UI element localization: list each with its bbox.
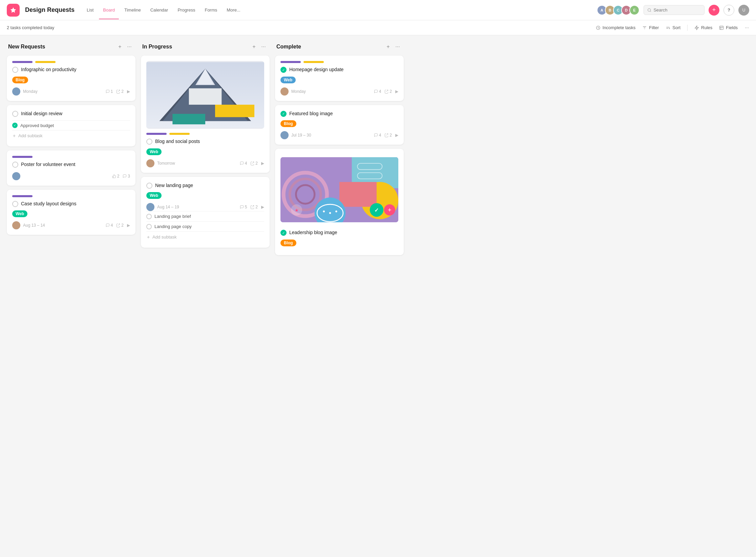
column-in-progress: In Progress + ··· (141, 42, 270, 252)
expand-arrow[interactable]: ▶ (261, 205, 264, 209)
subtask-row-1: Landing page brief (146, 211, 264, 221)
fields-icon (719, 25, 724, 30)
subtask-count: 2 (116, 89, 124, 94)
task-check[interactable] (12, 67, 18, 73)
avatar-5: E (629, 5, 639, 15)
card-initial-design: Initial design review Approved budget Ad… (7, 105, 135, 147)
column-new-requests: New Requests + ··· Infographic on produc… (7, 42, 135, 239)
card-meta: 5 2 ▶ (240, 205, 264, 209)
column-menu-complete[interactable]: ··· (393, 42, 402, 51)
expand-arrow[interactable]: ▶ (395, 133, 398, 138)
tab-progress[interactable]: Progress (173, 5, 199, 15)
tab-timeline[interactable]: Timeline (120, 5, 145, 15)
incomplete-icon (596, 25, 601, 30)
badge-web: Web (280, 77, 296, 83)
subtask-icon (250, 161, 254, 165)
task-check[interactable] (12, 162, 18, 168)
subtask-count: 2 (384, 133, 392, 138)
comment-icon (374, 133, 378, 137)
card-landing-page: New landing page Web Aug 14 – 19 5 2 (141, 177, 270, 248)
filter-btn[interactable]: Filter (642, 25, 659, 30)
expand-arrow[interactable]: ▶ (127, 89, 130, 94)
add-subtask-btn[interactable]: Add subtask (12, 130, 130, 141)
comment-icon (106, 89, 110, 94)
help-button[interactable]: ? (723, 5, 734, 16)
app-icon (7, 4, 20, 17)
svg-point-0 (648, 8, 651, 11)
expand-arrow[interactable]: ▶ (395, 89, 398, 94)
card-meta: 4 2 ▶ (374, 133, 398, 138)
card-case-study: Case study layout designs Web Aug 13 – 1… (7, 190, 135, 235)
column-header-in-progress: In Progress + ··· (141, 42, 270, 56)
expand-arrow[interactable]: ▶ (261, 161, 264, 166)
task-check[interactable] (12, 201, 18, 207)
tab-board[interactable]: Board (99, 5, 119, 15)
svg-point-12 (747, 27, 747, 28)
card-avatar (146, 203, 154, 211)
search-box[interactable] (644, 5, 705, 15)
user-avatar[interactable]: U (738, 5, 749, 16)
card-date: Monday (23, 89, 103, 94)
mountain-illustration (146, 61, 264, 129)
search-input[interactable] (653, 7, 701, 13)
task-check[interactable] (146, 139, 152, 145)
rules-btn[interactable]: Rules (694, 25, 712, 30)
subtask-count: 2 (384, 89, 392, 94)
card-image (146, 61, 264, 129)
plus-icon (12, 134, 16, 138)
card-date: Aug 13 – 14 (23, 223, 103, 228)
subtask-icon (116, 223, 120, 227)
tab-more[interactable]: More... (223, 5, 244, 15)
add-card-in-progress[interactable]: + (249, 42, 259, 51)
add-button[interactable]: + (709, 5, 719, 16)
comment-count: 4 (374, 89, 381, 94)
sort-icon (666, 25, 670, 30)
tab-forms[interactable]: Forms (201, 5, 221, 15)
column-menu-in-progress[interactable]: ··· (259, 42, 268, 51)
column-menu-new-requests[interactable]: ··· (125, 42, 134, 51)
task-check-done[interactable] (280, 230, 287, 236)
task-check[interactable] (146, 183, 152, 189)
subtask-check-2[interactable] (146, 224, 152, 229)
subtask-icon (250, 205, 254, 209)
card-footer: Aug 13 – 14 4 2 ▶ (12, 221, 130, 229)
expand-arrow[interactable]: ▶ (127, 223, 130, 228)
card-leadership-blog: ★ ✓ + (275, 149, 404, 255)
subtask-label-1: Landing page brief (154, 214, 191, 219)
card-title-row: Homepage design update (280, 66, 398, 73)
card-title: Featured blog image (289, 110, 333, 117)
tab-list[interactable]: List (83, 5, 98, 15)
comment-icon (374, 89, 378, 94)
add-card-complete[interactable]: + (383, 42, 393, 51)
card-footer: Jul 19 – 30 4 2 ▶ (280, 131, 398, 139)
task-check[interactable] (12, 111, 18, 117)
fields-btn[interactable]: Fields (719, 25, 738, 30)
sort-btn[interactable]: Sort (666, 25, 680, 30)
badge-web: Web (12, 210, 27, 217)
card-tags (280, 61, 398, 63)
status-right: Incomplete tasks Filter Sort Rules (596, 25, 749, 31)
tab-calendar[interactable]: Calendar (146, 5, 172, 15)
task-check-done[interactable] (280, 111, 287, 117)
task-check-done[interactable] (280, 67, 287, 73)
badge-web: Web (146, 192, 162, 199)
card-footer: Monday 4 2 ▶ (280, 87, 398, 96)
comment-count: 4 (240, 161, 247, 166)
subtask-check[interactable] (146, 214, 152, 219)
subtask-label: Approved budget (20, 123, 54, 128)
card-title-row: Blog and social posts (146, 138, 264, 145)
add-subtask-btn[interactable]: Add subtask (146, 231, 264, 242)
card-title-row: Case study layout designs (12, 201, 130, 207)
incomplete-tasks-btn[interactable]: Incomplete tasks (596, 25, 636, 30)
comment-icon (240, 205, 244, 209)
add-card-new-requests[interactable]: + (115, 42, 125, 51)
badge-web: Web (146, 148, 162, 155)
card-title-row: Poster for volunteer event (12, 161, 130, 168)
subtask-count: 2 (116, 223, 124, 228)
more-options-btn[interactable] (744, 25, 749, 30)
like-icon (112, 174, 116, 178)
board: New Requests + ··· Infographic on produc… (0, 35, 756, 557)
card-meta: 1 2 ▶ (106, 89, 130, 94)
column-header-new-requests: New Requests + ··· (7, 42, 135, 56)
card-poster: Poster for volunteer event 2 3 (7, 150, 135, 186)
